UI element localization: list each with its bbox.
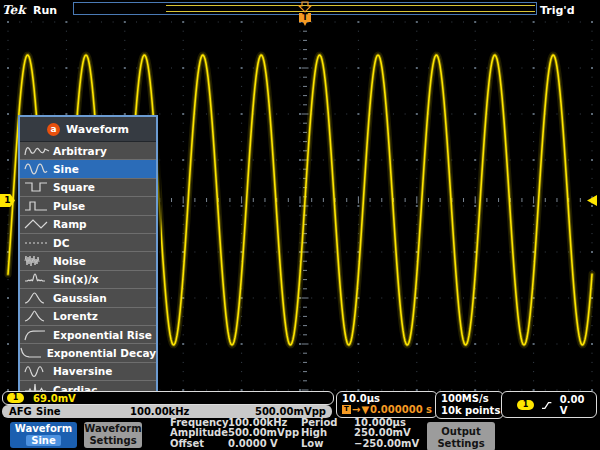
trigger-t-icon: T [342,405,351,414]
menu-item-pulse[interactable]: Pulse [20,196,156,214]
waveform-settings-line1: Waveform [84,423,142,435]
param-row: Offset0.0000 V [170,439,299,449]
menu-item-gaussian[interactable]: Gaussian [20,288,156,306]
waveform-button-line1: Waveform [10,423,77,435]
trigger-readout-box[interactable]: 1 0.00 V [501,391,597,418]
acquisition-readout-box[interactable]: 100MS/s 10k points [435,391,504,419]
trigger-position-flag[interactable]: T [299,13,311,22]
output-settings-line2: Settings [427,438,495,450]
waveform-menu-header: a Waveform [20,117,156,142]
haversine-wave-icon [20,364,53,378]
afg-label: AFG [9,406,32,417]
menu-item-lorentz[interactable]: Lorentz [20,307,156,325]
menu-item-label: Sine [53,163,79,175]
record-waveform-envelope-top [166,5,535,6]
record-waveform-envelope-bottom [166,11,535,12]
menu-item-label: Haversine [53,365,112,377]
menu-item-ramp[interactable]: Ramp [20,215,156,233]
menu-item-label: DC [53,237,69,249]
menu-item-label: Lorentz [53,310,98,322]
noise-wave-icon [20,254,53,268]
waveform-sine-button[interactable]: Waveform Sine [10,422,77,448]
menu-item-label: Arbitrary [53,145,107,157]
menu-item-label: Sin(x)/x [53,273,99,285]
menu-item-dc[interactable]: DC [20,233,156,251]
square-wave-icon [20,180,53,194]
sine-wave-icon [20,162,53,176]
param-label: Offset [170,439,228,449]
trigger-position-flag-stem [303,22,307,26]
pulse-wave-icon [20,199,53,213]
trigger-position-value: 0.000000 s [370,404,432,415]
lorentz-wave-icon [20,309,53,323]
menu-item-exponential-decay[interactable]: Exponential Decay [20,343,156,361]
arrow-icon: → [352,404,360,415]
gaussian-wave-icon [20,291,53,305]
menu-item-label: Gaussian [53,292,107,304]
menu-item-exponential-rise[interactable]: Exponential Rise [20,325,156,343]
afg-waveform-type: Sine [36,406,61,417]
dc-level-icon [20,236,53,250]
menu-item-label: Pulse [53,200,85,212]
channel1-badge: 1 [7,393,24,403]
sinc-wave-icon [20,272,53,286]
oscilloscope-screen: Tek Run Trig'd T 1 a Waveform ArbitraryS… [0,0,600,450]
acquisition-status: Run [33,4,57,17]
waveform-button-selection: Sine [26,435,61,446]
output-settings-line1: Output [427,426,495,438]
channel1-readout-bar[interactable]: 1 69.0mV [2,391,334,405]
afg-amplitude: 500.00mVpp [255,406,326,417]
menu-item-label: Noise [53,255,86,267]
waveform-settings-line2: Settings [84,435,142,447]
param-label: Low [301,439,354,449]
afg-params-frequency-block: Frequency100.00kHzAmplitude500.00mVppOff… [170,418,299,449]
waveform-menu-items: ArbitrarySineSquarePulseRampDCNoiseSin(x… [20,142,156,398]
exp-decay-icon [20,346,47,360]
menu-item-sine[interactable]: Sine [20,159,156,177]
menu-item-label: Exponential Decay [47,347,156,359]
menu-item-arbitrary[interactable]: Arbitrary [20,142,156,159]
param-value: −250.00mV [354,439,419,449]
horizontal-readout-box[interactable]: 10.0µs T → ▼ 0.000000 s [336,391,438,418]
waveform-settings-button[interactable]: Waveform Settings [84,422,142,448]
channel1-scale: 69.0mV [33,393,76,404]
tek-logo: Tek [2,3,26,17]
trigger-source-badge: 1 [517,400,534,410]
menu-item-sin-x-x[interactable]: Sin(x)/x [20,270,156,288]
menu-item-noise[interactable]: Noise [20,251,156,269]
horizontal-scale: 10.0µs [342,393,437,404]
trigger-position-readout: T → ▼ 0.000000 s [342,404,437,415]
menu-item-square[interactable]: Square [20,178,156,196]
exp-rise-icon [20,328,53,342]
pointer-icon: ▼ [361,404,369,415]
ramp-wave-icon [20,217,53,231]
menu-item-label: Ramp [53,218,87,230]
afg-badge-icon: a [47,123,60,136]
afg-frequency: 100.00kHz [130,406,189,417]
param-value: 0.0000 V [228,439,278,449]
menu-item-label: Square [53,181,95,193]
menu-item-haversine[interactable]: Haversine [20,362,156,380]
afg-params-period-block: Period10.000µsHigh250.00mVLow−250.00mV [301,418,419,449]
rising-edge-slope-icon [542,400,552,411]
waveform-menu-title: Waveform [66,123,129,136]
record-length: 10k points [441,405,500,416]
menu-item-label: Exponential Rise [53,329,152,341]
arbitrary-wave-icon [20,144,53,158]
output-settings-button[interactable]: Output Settings [427,422,495,450]
sample-rate: 100MS/s [441,393,489,404]
param-row: Low−250.00mV [301,439,419,449]
trigger-level-value: 0.00 V [560,394,589,416]
trigger-status: Trig'd [540,4,575,17]
waveform-menu: a Waveform ArbitrarySineSquarePulseRampD… [18,115,158,400]
trigger-position-arrow-icon[interactable] [298,1,312,13]
